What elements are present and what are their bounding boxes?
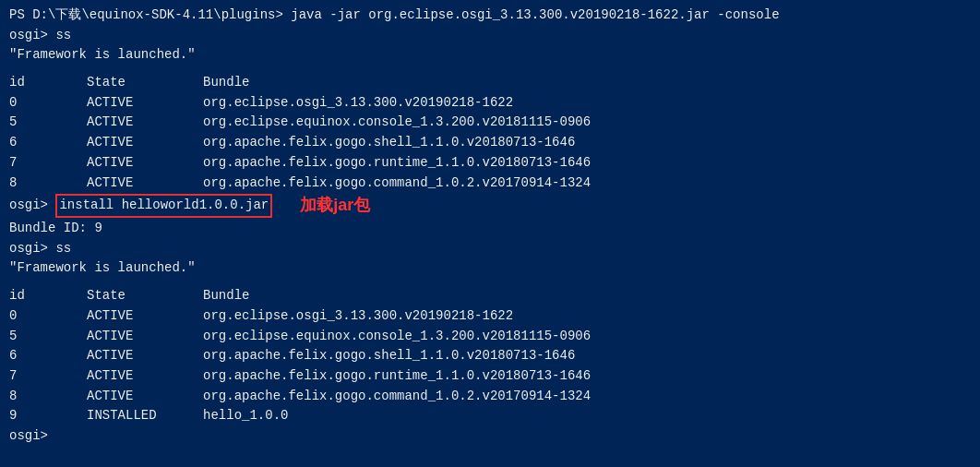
row-6-2: 6 ACTIVE org.apache.felix.gogo.shell_1.1… xyxy=(9,346,971,366)
row-9-2: 9 INSTALLED hello_1.0.0 xyxy=(9,406,971,426)
bundle-id-line: Bundle ID: 9 xyxy=(9,219,971,239)
terminal-window: PS D:\下载\equinox-SDK-4.11\plugins> java … xyxy=(0,0,980,467)
ss-command-1: osgi> ss xyxy=(9,26,971,46)
row-7-1: 7 ACTIVE org.apache.felix.gogo.runtime_1… xyxy=(9,153,971,174)
framework-launched-2: "Framework is launched." xyxy=(9,258,971,279)
annotation-load-jar: 加载jar包 xyxy=(300,193,370,219)
table-header-1: id State Bundle xyxy=(9,73,971,93)
final-prompt[interactable]: osgi> xyxy=(9,426,971,447)
row-8-1: 8 ACTIVE org.apache.felix.gogo.command_1… xyxy=(9,174,971,194)
osgi-prompt-install: osgi> xyxy=(9,196,55,216)
install-command-line: osgi> install helloworld1.0.0.jar 加载jar包 xyxy=(9,193,971,219)
install-command-highlighted: install helloworld1.0.0.jar xyxy=(55,194,272,218)
ss-command-2: osgi> ss xyxy=(9,239,971,259)
row-0-2: 0 ACTIVE org.eclipse.osgi_3.13.300.v2019… xyxy=(9,306,971,327)
framework-launched-1: "Framework is launched." xyxy=(9,45,971,66)
row-8-2: 8 ACTIVE org.apache.felix.gogo.command_1… xyxy=(9,387,971,407)
table-header-2: id State Bundle xyxy=(9,286,971,306)
row-5-1: 5 ACTIVE org.eclipse.equinox.console_1.3… xyxy=(9,113,971,133)
ps-command-line: PS D:\下载\equinox-SDK-4.11\plugins> java … xyxy=(9,6,971,26)
row-5-2: 5 ACTIVE org.eclipse.equinox.console_1.3… xyxy=(9,327,971,347)
row-7-2: 7 ACTIVE org.apache.felix.gogo.runtime_1… xyxy=(9,366,971,387)
row-6-1: 6 ACTIVE org.apache.felix.gogo.shell_1.1… xyxy=(9,133,971,153)
row-0-1: 0 ACTIVE org.eclipse.osgi_3.13.300.v2019… xyxy=(9,93,971,114)
